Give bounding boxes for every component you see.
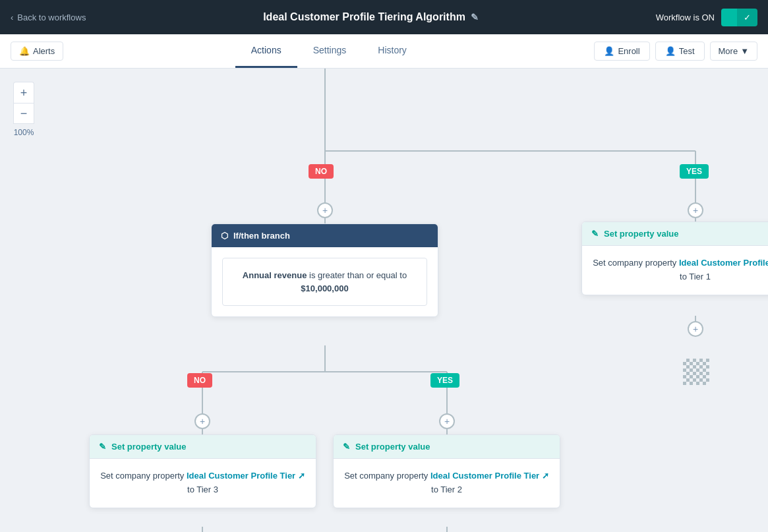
set-prop-tier2-header: ✎ Set property value (334, 435, 560, 459)
tab-bar-right: 👤 Enroll 👤 Test More ▼ (594, 42, 757, 61)
workflow-canvas: + − 100% NO YES + + (0, 69, 768, 532)
zoom-controls: + − 100% (13, 82, 34, 137)
tab-center: Actions Settings History (63, 34, 594, 68)
plus-button-bottom-yes[interactable]: + (439, 413, 455, 429)
continuation-marker-top-right (683, 359, 709, 385)
page-title: Ideal Customer Profile Tiering Algorithm… (86, 11, 655, 23)
top-nav: ‹ Back to workflows Ideal Customer Profi… (0, 0, 768, 34)
set-property-tier1-node[interactable]: ✎ Set property value Set company propert… (581, 222, 768, 295)
external-link-tier3-icon: ➚ (298, 471, 305, 481)
back-label: Back to workflows (17, 13, 86, 22)
plus-button-top-yes[interactable]: + (688, 202, 703, 218)
workflow-status: Workflow is ON (656, 13, 715, 22)
plus-button-tier1-below[interactable]: + (688, 321, 703, 337)
set-prop-tier1-header: ✎ Set property value (582, 222, 768, 246)
bottom-yes-badge: YES (430, 373, 459, 388)
external-link-tier2-icon: ➚ (542, 471, 549, 481)
tab-settings[interactable]: Settings (297, 34, 363, 68)
bell-icon: 🔔 (19, 46, 30, 56)
top-no-badge: NO (309, 164, 334, 179)
set-property-tier2-node[interactable]: ✎ Set property value Set company propert… (333, 434, 560, 508)
tab-bar: 🔔 Alerts Actions Settings History 👤 Enro… (0, 34, 768, 69)
toggle-check-button[interactable]: ✓ (737, 9, 757, 26)
person-icon: 👤 (604, 46, 614, 56)
workflow-toggle[interactable]: ✓ (721, 9, 757, 26)
toggle-on-button[interactable] (721, 9, 737, 26)
zoom-in-button[interactable]: + (13, 82, 34, 103)
tier3-prop-link[interactable]: Ideal Customer Profile Tier ➚ (187, 471, 305, 481)
plus-button-top-no[interactable]: + (317, 202, 333, 218)
check-icon: ✓ (744, 13, 751, 22)
tab-actions[interactable]: Actions (235, 34, 297, 68)
if-then-branch-node[interactable]: ⬡ If/then branch Annual revenue is great… (211, 223, 438, 317)
test-icon: 👤 (665, 46, 676, 56)
set-prop-tier1-body: Set company property Ideal Customer Prof… (582, 246, 768, 295)
edit-icon[interactable]: ✎ (471, 12, 479, 22)
edit-prop-tier2-icon: ✎ (343, 442, 350, 452)
tab-bar-left: 🔔 Alerts (11, 42, 63, 61)
zoom-level: 100% (13, 128, 34, 137)
edit-prop-tier3-icon: ✎ (99, 442, 106, 452)
top-yes-badge: YES (680, 164, 709, 179)
bottom-no-badge: NO (187, 373, 212, 388)
set-prop-tier3-body: Set company property Ideal Customer Prof… (90, 459, 316, 508)
if-then-header: ⬡ If/then branch (212, 224, 438, 247)
enroll-button[interactable]: 👤 Enroll (594, 42, 649, 61)
if-then-body: Annual revenue is greater than or equal … (212, 247, 438, 316)
more-button[interactable]: More ▼ (710, 42, 758, 61)
chevron-down-icon: ▼ (740, 46, 749, 56)
condition-box: Annual revenue is greater than or equal … (222, 258, 427, 306)
tab-history[interactable]: History (362, 34, 423, 68)
alerts-button[interactable]: 🔔 Alerts (11, 42, 63, 61)
set-prop-tier2-body: Set company property Ideal Customer Prof… (334, 459, 560, 508)
back-to-workflows[interactable]: ‹ Back to workflows (11, 13, 86, 22)
tier2-prop-link[interactable]: Ideal Customer Profile Tier ➚ (430, 471, 549, 481)
zoom-out-button[interactable]: − (13, 103, 34, 124)
set-prop-tier3-header: ✎ Set property value (90, 435, 316, 459)
tier1-prop-link[interactable]: Ideal Customer Profile Tier ➚ (679, 258, 768, 268)
nav-right: Workflow is ON ✓ (656, 9, 757, 26)
branch-icon: ⬡ (221, 231, 228, 241)
set-property-tier3-node[interactable]: ✎ Set property value Set company propert… (89, 434, 316, 508)
plus-button-bottom-no[interactable]: + (194, 413, 210, 429)
test-button[interactable]: 👤 Test (655, 42, 705, 61)
chevron-left-icon: ‹ (11, 13, 13, 22)
edit-prop-icon: ✎ (591, 229, 599, 239)
